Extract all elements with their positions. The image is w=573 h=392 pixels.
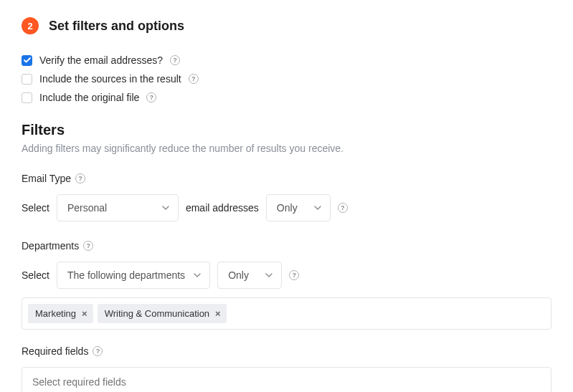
department-tag: Marketing ×: [28, 304, 93, 323]
departments-label-text: Departments: [22, 240, 79, 252]
help-icon[interactable]: ?: [338, 203, 348, 213]
tag-remove-icon[interactable]: ×: [215, 309, 221, 318]
department-tag: Writing & Communication ×: [98, 304, 227, 323]
email-type-mid-text: email addresses: [186, 202, 259, 214]
filters-heading: Filters: [22, 122, 551, 138]
help-icon[interactable]: ?: [75, 173, 85, 183]
email-type-label-text: Email Type: [22, 173, 71, 184]
chevron-down-icon: [314, 206, 321, 210]
step-title: Set filters and options: [49, 19, 184, 34]
help-icon[interactable]: ?: [189, 74, 199, 84]
verify-checkbox[interactable]: [22, 55, 32, 66]
tag-remove-icon[interactable]: ×: [82, 309, 87, 318]
email-type-select[interactable]: Personal: [57, 194, 179, 221]
required-fields-label: Required fields ?: [22, 345, 551, 357]
department-tag-label: Marketing: [35, 308, 76, 319]
chevron-down-icon: [194, 273, 201, 277]
departments-select[interactable]: The following departments: [57, 262, 210, 289]
departments-label: Departments ?: [22, 240, 551, 252]
departments-mode-select[interactable]: Only: [217, 262, 282, 289]
required-fields-label-text: Required fields: [22, 345, 88, 357]
option-original-row: Include the original file ?: [22, 92, 551, 103]
email-type-select-value: Personal: [67, 202, 107, 214]
include-original-checkbox[interactable]: [22, 92, 32, 103]
option-sources-row: Include the sources in the result ?: [22, 73, 551, 85]
help-icon[interactable]: ?: [170, 55, 180, 65]
options-group: Verify the email addresses? ? Include th…: [22, 54, 551, 103]
departments-mode-value: Only: [228, 269, 249, 281]
departments-select-prefix: Select: [22, 269, 49, 281]
help-icon[interactable]: ?: [93, 346, 103, 356]
help-icon[interactable]: ?: [289, 270, 299, 280]
option-verify-row: Verify the email addresses? ?: [22, 54, 551, 66]
step-number-badge: 2: [22, 17, 39, 34]
filters-subtitle: Adding filters may significantly reduce …: [22, 143, 551, 154]
help-icon[interactable]: ?: [83, 241, 93, 251]
departments-row: Select The following departments Only ?: [22, 262, 551, 289]
required-fields-input[interactable]: [22, 367, 551, 392]
email-type-select-prefix: Select: [22, 202, 49, 214]
verify-label: Verify the email addresses?: [39, 54, 163, 66]
email-type-mode-select[interactable]: Only: [266, 194, 331, 221]
departments-tags-container[interactable]: Marketing × Writing & Communication ×: [22, 297, 551, 330]
include-sources-label: Include the sources in the result: [39, 73, 181, 85]
email-type-label: Email Type ?: [22, 173, 551, 184]
email-type-mode-value: Only: [277, 202, 298, 214]
departments-select-value: The following departments: [67, 269, 185, 281]
chevron-down-icon: [162, 206, 169, 210]
department-tag-label: Writing & Communication: [105, 308, 209, 319]
chevron-down-icon: [265, 273, 273, 277]
include-original-label: Include the original file: [39, 92, 139, 103]
help-icon[interactable]: ?: [146, 92, 156, 102]
include-sources-checkbox[interactable]: [22, 74, 32, 85]
email-type-row: Select Personal email addresses Only ?: [22, 194, 551, 221]
step-header: 2 Set filters and options: [22, 17, 551, 34]
